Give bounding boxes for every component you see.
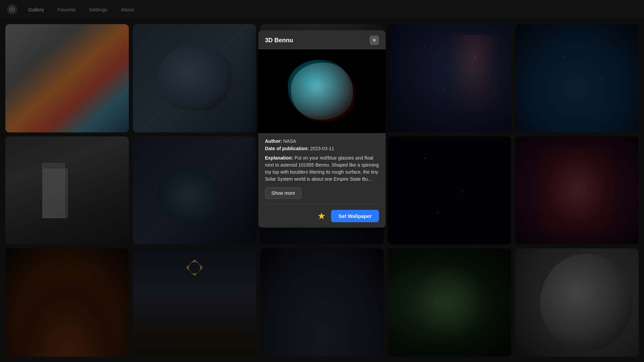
explanation-label: Explanation: — [265, 155, 293, 161]
modal-footer: ★ Set Wallpaper — [258, 204, 386, 228]
show-more-button[interactable]: Show more — [265, 187, 302, 199]
author-label: Author: — [265, 138, 282, 144]
modal-header: 3D Bennu ✕ — [258, 30, 386, 49]
modal-author-line: Author: NASA — [265, 138, 379, 144]
modal-date-line: Date of publication: 2023-03-11 — [265, 146, 379, 151]
favorite-star-icon[interactable]: ★ — [317, 210, 326, 222]
set-wallpaper-button[interactable]: Set Wallpaper — [331, 210, 379, 222]
modal-close-button[interactable]: ✕ — [370, 36, 379, 45]
modal-title: 3D Bennu — [265, 37, 293, 44]
date-label: Date of publication: — [265, 146, 309, 151]
bennu-image — [288, 58, 356, 125]
pub-date: 2023-03-11 — [310, 146, 334, 151]
modal-overlay[interactable]: 3D Bennu ✕ Author: NASA Date — [0, 0, 644, 362]
detail-modal: 3D Bennu ✕ Author: NASA Date — [258, 30, 386, 228]
modal-image-container — [258, 49, 386, 133]
modal-content: Author: NASA Date of publication: 2023-0… — [258, 133, 386, 204]
modal-metadata: Author: NASA Date of publication: 2023-0… — [265, 138, 379, 151]
modal-explanation: Explanation: Put on your red/blue glasse… — [265, 155, 379, 183]
author-name: NASA — [283, 138, 296, 144]
